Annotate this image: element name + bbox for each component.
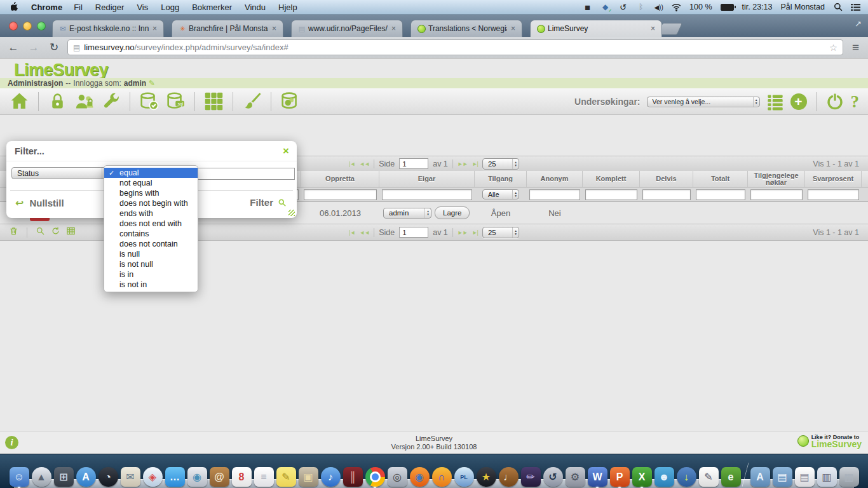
- menubar-item[interactable]: Vis: [137, 3, 148, 12]
- operator-option[interactable]: begins with: [104, 188, 198, 198]
- reset-filter-button[interactable]: ↩ Nullstill: [15, 197, 64, 209]
- bluetooth-status-icon[interactable]: ᛒ: [636, 3, 646, 12]
- spotlight-icon[interactable]: [833, 3, 843, 12]
- browser-tab[interactable]: ▤www.udir.no/PageFiles/3925×: [291, 20, 403, 37]
- dock-reminders[interactable]: ≡: [253, 467, 275, 487]
- close-dialog-icon[interactable]: ×: [283, 145, 289, 158]
- dock-trash[interactable]: ▦: [838, 467, 860, 487]
- tab-close-icon[interactable]: ×: [390, 24, 397, 33]
- operator-option[interactable]: is in: [104, 269, 198, 280]
- dock-facetime[interactable]: ◉: [186, 467, 208, 487]
- menubar-app-name[interactable]: Chrome: [31, 3, 62, 12]
- dock-folder-applications[interactable]: A: [749, 467, 771, 487]
- next-page-icon[interactable]: ►►: [458, 229, 468, 236]
- dock-firefox[interactable]: ◉: [409, 467, 430, 487]
- dock-itunes[interactable]: ♪: [320, 467, 341, 487]
- owner-select[interactable]: admin: [383, 208, 431, 219]
- dock-download-globe[interactable]: ↓: [675, 467, 697, 487]
- menubar-item[interactable]: Fil: [74, 3, 83, 12]
- dock-folder-documents[interactable]: ▤: [771, 467, 793, 487]
- prev-page-icon[interactable]: ◄◄: [359, 229, 369, 236]
- menubar-user[interactable]: Pål Monstad: [781, 3, 825, 11]
- page-number-input[interactable]: [399, 227, 428, 238]
- column-filter-input[interactable]: [304, 189, 377, 200]
- dock-evernote[interactable]: e: [720, 467, 742, 487]
- tab-close-icon[interactable]: ×: [271, 24, 278, 33]
- filter-value-input[interactable]: [197, 168, 295, 180]
- search-icon[interactable]: [36, 226, 45, 238]
- tab-close-icon[interactable]: ×: [649, 24, 656, 33]
- logout-button[interactable]: [825, 92, 844, 111]
- operator-option[interactable]: is not null: [104, 259, 198, 269]
- check-data-integrity-button[interactable]: [139, 91, 159, 112]
- global-settings-button[interactable]: [47, 91, 68, 112]
- zoom-window-button[interactable]: [37, 22, 46, 30]
- browser-tab[interactable]: Translations < Norwegian (N×: [410, 20, 522, 37]
- column-header[interactable]: Eigar: [379, 171, 475, 187]
- column-filter-input[interactable]: [750, 189, 803, 200]
- first-page-icon[interactable]: |◄: [349, 161, 355, 167]
- operator-option[interactable]: is not in: [104, 280, 198, 290]
- dock-finder[interactable]: ☺: [8, 467, 30, 487]
- edit-user-pencil-icon[interactable]: ✎: [149, 79, 155, 88]
- expand-window-icon[interactable]: ↗: [855, 19, 862, 29]
- dock-photo-booth[interactable]: ║: [342, 467, 363, 487]
- column-header[interactable]: Tilgang: [475, 171, 527, 187]
- help-button[interactable]: ?: [851, 92, 860, 112]
- home-button[interactable]: [9, 91, 30, 112]
- menubar-item[interactable]: Bokmerker: [192, 3, 232, 12]
- menubar-item[interactable]: Hjelp: [278, 3, 297, 12]
- operator-option[interactable]: ends with: [104, 208, 198, 219]
- menubar-item[interactable]: Vindu: [245, 3, 266, 12]
- reload-button[interactable]: ↻: [47, 41, 61, 54]
- dock-textedit[interactable]: ✎: [698, 467, 719, 487]
- dock-audacity[interactable]: ∩: [431, 467, 452, 487]
- dropbox-status-icon[interactable]: ◆✓: [600, 3, 610, 12]
- operator-option[interactable]: contains: [104, 229, 198, 239]
- browser-tab[interactable]: ✉E-post hkskole.no :: Innboks×: [52, 20, 164, 37]
- template-upload-button[interactable]: [280, 91, 301, 112]
- dock-powerpoint[interactable]: P: [609, 467, 630, 487]
- add-survey-button[interactable]: +: [790, 93, 807, 110]
- column-filter-input[interactable]: [808, 189, 859, 200]
- dock-time-machine[interactable]: ↺: [542, 467, 564, 487]
- page-number-input[interactable]: [399, 158, 428, 169]
- apply-filter-button[interactable]: Filter: [250, 197, 287, 208]
- dock-imovie[interactable]: ★: [475, 467, 497, 487]
- last-page-icon[interactable]: ►|: [472, 229, 478, 236]
- evernote-status-icon[interactable]: ◼: [583, 3, 592, 12]
- survey-list-button[interactable]: [766, 93, 784, 111]
- notification-center-icon[interactable]: [851, 3, 860, 12]
- participants-button[interactable]: [74, 91, 95, 112]
- dock-calendar[interactable]: 8: [231, 467, 252, 487]
- filter-field-select[interactable]: Status: [11, 167, 109, 179]
- column-filter-input[interactable]: [585, 189, 637, 200]
- last-page-icon[interactable]: ►|: [472, 161, 478, 167]
- menubar-item[interactable]: Rediger: [95, 3, 125, 12]
- first-page-icon[interactable]: |◄: [349, 229, 355, 236]
- column-header[interactable]: Oppretta: [301, 171, 379, 187]
- column-filter-input[interactable]: [696, 189, 745, 200]
- browser-tab[interactable]: LimeSurvey×: [530, 20, 662, 37]
- dock-pl-app[interactable]: PL: [453, 467, 475, 487]
- dock-launchpad[interactable]: ▲: [31, 467, 52, 487]
- browser-tab[interactable]: ✳Branchfire | Pål Monstad×: [172, 20, 283, 37]
- dock-downloads-stack[interactable]: ▥: [816, 467, 837, 487]
- template-editor-button[interactable]: [241, 91, 262, 112]
- operator-option[interactable]: does not contain: [104, 239, 198, 249]
- menubar-item[interactable]: Logg: [161, 3, 179, 12]
- chrome-menu-icon[interactable]: ≡: [850, 41, 862, 55]
- dock-chrome[interactable]: [364, 467, 386, 487]
- donate-link[interactable]: Like it? Donate to LimeSurvey: [797, 434, 862, 448]
- dock-app-store[interactable]: A: [75, 467, 97, 487]
- page-size-select[interactable]: 25: [482, 158, 519, 170]
- operator-option[interactable]: does not end with: [104, 219, 198, 229]
- dock-word[interactable]: W: [587, 467, 608, 487]
- dock-messages[interactable]: …: [164, 467, 186, 487]
- forward-button[interactable]: →: [27, 41, 41, 54]
- volume-status-icon[interactable]: ◀)): [654, 3, 663, 12]
- operator-option[interactable]: ✓equal: [104, 168, 198, 178]
- column-header[interactable]: Delvis: [640, 171, 693, 187]
- column-filter-input[interactable]: [642, 189, 691, 200]
- label-sets-button[interactable]: [203, 91, 224, 112]
